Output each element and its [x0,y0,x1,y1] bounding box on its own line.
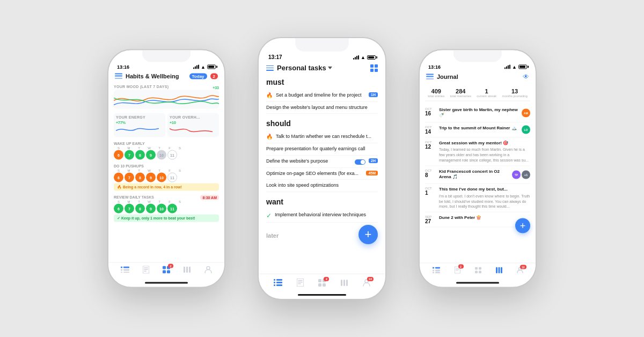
task-item-8[interactable]: ✓ Implement behavioral interview techniq… [266,209,378,223]
right-tab-person[interactable]: 10 [517,267,523,273]
right-tab-page[interactable]: 2 [455,267,460,274]
energy-label: YOUR ENERGY [116,115,163,119]
entry-title-2: Trip to the summit of Mount Rainer 🏔️ [439,125,518,130]
journal-entry-2[interactable]: OCT 14 Trip to the summit of Mount Raine… [425,122,530,137]
journal-entry-5[interactable]: OCT 1 This time I've done my best, but..… [425,184,530,213]
battery-icon [207,65,216,69]
avatar-plus1: +1 [522,170,530,179]
left-screen: 13:16 ▲ Habits & Wellbeing Today 2 [108,50,224,287]
center-grid-icon[interactable] [370,64,378,72]
task-item-6[interactable]: Optimize on-page SEO elements (for exa..… [266,168,378,180]
svg-rect-0 [121,267,122,268]
task-item[interactable]: 🔥 Set a budget and timeline for the proj… [266,90,378,102]
svg-rect-51 [498,267,500,273]
stat-streak: 1 current streak [477,88,496,98]
today-count-badge: 2 [210,73,218,79]
svg-rect-46 [475,267,478,269]
right-tab-list[interactable] [433,267,440,273]
right-tab-grid[interactable] [475,267,481,273]
entry-date-1: OCT 16 [425,107,436,120]
right-fab-button[interactable]: + [515,218,530,233]
center-hamburger-icon[interactable] [266,65,274,71]
tab-list[interactable] [121,267,129,273]
journal-entry-4[interactable]: OCT 8 Kid Francescoli concert in O2 Aren… [425,166,530,184]
svg-rect-28 [318,279,321,282]
day-11: 11 [167,150,177,160]
phones-container: 13:16 ▲ Habits & Wellbeing Today 2 [0,0,644,337]
habit-review: REVIEW DAILY TASKS 8:30 AM SMTWTFS 6 7 8… [114,195,219,222]
center-tab-person[interactable]: 10 [363,279,370,287]
title-dropdown-arrow[interactable] [328,67,332,69]
stat-memories: 284 total memories [450,88,471,98]
left-notch [142,50,191,62]
journal-entry-6[interactable]: SEP 27 Dune 2 with Peter 🍿 [425,213,530,228]
task-text-7: Look into site speed optimizations [266,182,378,189]
task-item-3[interactable]: 🔥 Talk to Martin whether we can reschedu… [266,131,378,143]
right-status-icons: ▲ [504,64,527,70]
stat-months-num: 13 [502,88,527,94]
flame-icon: 🔥 [266,92,273,98]
svg-rect-16 [189,267,191,273]
center-fab-button[interactable]: + [358,225,378,244]
right-time: 13:16 [428,64,441,70]
eye-icon[interactable]: 👁 [523,73,529,80]
svg-rect-5 [123,272,129,273]
habits-content: YOUR MOOD (LAST 7 DAYS) +33 [108,82,224,230]
habit-wake-days: 6 7 8 9 10 11 [114,150,219,160]
svg-rect-36 [433,267,434,268]
should-heading: should [266,119,378,128]
later-label: later [266,232,279,239]
avatar-tp: TP [512,170,521,179]
svg-rect-19 [276,279,282,281]
left-status-bar: 13:16 ▲ [108,62,224,71]
task-item-7[interactable]: Look into site speed optimizations [266,180,378,192]
tab-columns[interactable] [184,267,191,273]
svg-rect-38 [433,269,434,271]
right-screen: 13:16 ▲ Journal 👁 [420,50,536,287]
tab-page[interactable] [143,266,149,274]
stats-row: 409 total entries 284 total memories 1 c… [425,85,530,101]
rday-9: 9 [146,204,156,214]
day-7: 7 [125,150,134,160]
mood-header: YOUR MOOD (LAST 7 DAYS) +33 [114,85,219,90]
phone-left: 13:16 ▲ Habits & Wellbeing Today 2 [107,49,225,288]
journal-entry-3[interactable]: OCT 12 Great session with my mentor! 🎯 T… [425,137,530,166]
center-app-header: Personal tasks [259,61,385,75]
right-tab-columns[interactable] [496,267,502,273]
center-tab-page[interactable] [297,279,304,287]
entry-date-5: OCT 1 [425,187,436,209]
task-text: Set a budget and timeline for the projec… [276,92,365,99]
entry-avatars-1: AM [522,107,530,120]
svg-rect-27 [298,283,301,284]
tab-grid-active[interactable]: 2 [163,266,170,274]
must-section: must 🔥 Set a budget and timeline for the… [266,78,378,114]
task-text-4: Prepare presentation for quaterly earnin… [266,146,378,152]
avatar-lo: LO [522,126,530,134]
center-tab-grid[interactable]: 2 [318,279,326,287]
journal-entry-1[interactable]: OCT 16 Sister gave birth to Martin, my n… [425,105,530,123]
tasks-content: must 🔥 Set a budget and timeline for the… [259,75,385,246]
svg-rect-52 [501,267,502,273]
overh-label: YOUR OVERH... [170,115,217,119]
task-text-3: Talk to Martin whether we can reschedule… [276,134,378,140]
right-hamburger-icon[interactable] [426,74,434,79]
phone-center: 13:17 ▲ Personal tasks [258,37,386,300]
svg-rect-48 [475,270,478,273]
svg-point-17 [207,267,210,270]
right-wifi-icon: ▲ [512,64,517,70]
left-content: YOUR MOOD (LAST 7 DAYS) +33 [108,82,224,262]
right-notch [453,50,502,62]
toggle-badge[interactable] [355,159,365,165]
right-battery-icon [518,65,527,69]
overh-change: +10 [170,121,217,124]
task-item-5[interactable]: Define the website's purpose 2H [266,156,378,168]
hamburger-icon[interactable] [115,74,122,79]
entry-title-3: Great session with my mentor! 🎯 [439,140,530,145]
tab-person[interactable] [204,266,212,274]
svg-rect-9 [144,271,147,272]
center-tab-columns[interactable] [341,280,348,286]
center-tab-list-active[interactable] [274,279,282,286]
entry-text-5: I'm a bit upset. I don't even know where… [439,193,530,209]
task-item-2[interactable]: Design the website's layout and menu str… [266,102,378,114]
task-item-4[interactable]: Prepare presentation for quaterly earnin… [266,143,378,156]
